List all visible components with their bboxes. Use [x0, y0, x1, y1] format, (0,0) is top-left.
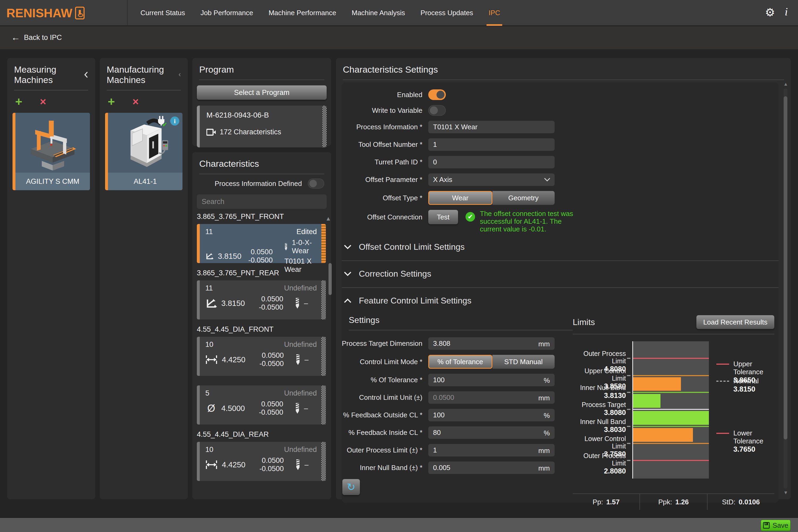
nominal-value: 4.4250	[222, 460, 246, 469]
ppk-stat: Ppk:1.26	[640, 494, 707, 510]
remove-machine-button[interactable]: ×	[40, 96, 46, 107]
std-manual-button[interactable]: STD Manual	[492, 355, 555, 369]
characteristic-card[interactable]: 11Edited 3.8150 0.0500-0.0500 1-0-X-Wear	[197, 224, 326, 263]
manufacturing-machines-panel: Manufacturing Machines + × ✔ i	[100, 58, 188, 499]
upper-tolerance: 0.0500	[251, 248, 273, 256]
characteristic-number: 11	[205, 228, 213, 236]
tab-process-updates[interactable]: Process Updates	[421, 0, 473, 26]
characteristic-card[interactable]: 11Undefined 3.8150 0.0500-0.0500 –	[197, 280, 326, 320]
tool-icon	[295, 298, 300, 308]
machine-card-agility[interactable]: AGILITY S CMM	[13, 113, 90, 190]
add-machine-button[interactable]: +	[108, 96, 115, 107]
nominal-value: 4.4250	[222, 355, 246, 364]
pct-feedback-outside-cl-input[interactable]	[428, 409, 555, 421]
lower-tolerance: -0.0500	[259, 408, 283, 416]
tab-current-status[interactable]: Current Status	[140, 0, 185, 26]
info-icon[interactable]: i	[785, 5, 788, 18]
control-limit-unit-label: Control Limit Unit (±)	[342, 394, 428, 402]
tab-machine-analysis[interactable]: Machine Analysis	[352, 0, 405, 26]
select-program-button[interactable]: Select a Program	[197, 86, 327, 100]
characteristic-card[interactable]: 10Undefined 4.4250 0.0500-0.0500 –	[197, 442, 326, 481]
characteristic-card[interactable]: 5Undefined Ø 4.5000 0.0500-0.0500 –	[197, 385, 326, 424]
write-to-variable-toggle[interactable]	[428, 105, 446, 116]
reset-button[interactable]: ↻	[342, 479, 360, 495]
load-recent-results-button[interactable]: Load Recent Results	[697, 315, 774, 329]
scroll-down-icon[interactable]: ▼	[783, 490, 788, 496]
scrollbar-thumb[interactable]	[784, 96, 787, 439]
list-scrollbar-thumb[interactable]	[328, 263, 332, 295]
characteristic-card[interactable]: 10Undefined 4.4250 0.0500-0.0500 –	[197, 337, 326, 376]
remove-machine-button[interactable]: ×	[132, 96, 138, 107]
process-target-bar	[633, 411, 709, 425]
group-label: 3.865_3.765_PNT_FRONT	[197, 212, 326, 221]
settings-scrollbar: ▲ ▼	[783, 81, 788, 496]
characteristics-settings-panel: Characteristics Settings Enabled Write t…	[336, 58, 791, 499]
machine-info-icon[interactable]: i	[170, 116, 179, 126]
characteristics-list: ▲ ▼ 3.865_3.765_PNT_FRONT 11Edited 3.815…	[192, 212, 331, 481]
width-dimension-icon	[205, 459, 217, 470]
tool-offset-name: –	[305, 461, 308, 469]
top-nav: RENISHAW Current Status Job Performance …	[0, 0, 798, 26]
svg-text:✔: ✔	[162, 121, 167, 127]
pct-of-tolerance-input[interactable]	[428, 374, 555, 386]
nominal-value: 4.5000	[221, 404, 245, 413]
characteristic-status: Edited	[296, 228, 317, 236]
offset-parameter-label: Offset Parameter *	[342, 175, 428, 184]
process-information-input[interactable]	[428, 121, 555, 133]
feature-settings-column: Settings Process Target Dimension mm Con…	[342, 315, 573, 510]
test-connection-button[interactable]: Test	[428, 210, 458, 224]
process-target-line	[633, 409, 709, 410]
red-line-swatch	[716, 364, 729, 365]
section-correction-settings[interactable]: Correction Settings	[344, 269, 779, 279]
tool-icon	[295, 403, 300, 414]
save-button[interactable]: Save	[761, 520, 791, 531]
characteristic-number: 11	[205, 284, 213, 292]
enabled-toggle[interactable]	[428, 89, 446, 100]
section-offset-control-limit[interactable]: Offset Control Limit Settings	[344, 242, 779, 252]
tool-icon	[284, 242, 288, 252]
scroll-up-icon[interactable]: ▲	[783, 81, 788, 87]
inner-null-band-upper-line	[633, 392, 709, 393]
offset-parameter-select[interactable]	[428, 173, 555, 186]
inner-null-band-input[interactable]	[428, 461, 555, 474]
gear-icon[interactable]: ⚙	[765, 6, 775, 19]
upper-control-bar	[633, 377, 681, 391]
program-panel: Program Select a Program M-6218-0943-06-…	[192, 58, 331, 146]
capability-stats: Pp:1.57 Ppk:1.26 StD:0.0106	[573, 493, 774, 510]
nominal-value: 3.8150	[221, 299, 245, 308]
process-information-defined-toggle[interactable]	[308, 178, 324, 189]
subnav-bar: ← Back to IPC	[0, 26, 798, 49]
machine-card-al41[interactable]: ✔ i AL	[105, 113, 183, 190]
upper-tolerance: 0.0500	[262, 352, 284, 359]
collapse-left-icon[interactable]	[178, 72, 181, 77]
process-target-dimension-input[interactable]	[428, 337, 555, 350]
program-name: M-6218-0943-06-B	[206, 111, 316, 119]
outer-process-limit-input[interactable]	[428, 444, 555, 456]
search-input[interactable]	[197, 194, 327, 209]
pct-of-tolerance-button[interactable]: % of Tolerance	[428, 355, 492, 369]
unit-label: mm	[538, 340, 550, 348]
limits-title: Limits	[573, 317, 595, 327]
list-scroll-up-icon[interactable]: ▲	[325, 215, 331, 222]
lower-control-limit-line	[633, 443, 709, 444]
collapse-left-icon[interactable]	[84, 71, 88, 79]
scale-outer-process-limit-lower: Outer Process Limit2.8080	[573, 452, 626, 475]
chevron-down-icon	[344, 245, 352, 249]
limits-column: Limits Load Recent Results Outer Process…	[573, 315, 779, 510]
back-to-ipc-link[interactable]: Back to IPC	[24, 34, 62, 42]
program-card[interactable]: M-6218-0943-06-B 172 Characteristics	[197, 106, 327, 147]
offset-type-wear-button[interactable]: Wear	[428, 191, 492, 205]
tab-machine-performance[interactable]: Machine Performance	[269, 0, 336, 26]
offset-type-geometry-button[interactable]: Geometry	[492, 191, 555, 205]
tool-offset-number-input[interactable]	[428, 138, 555, 151]
tab-job-performance[interactable]: Job Performance	[201, 0, 253, 26]
pct-feedback-inside-cl-input[interactable]	[428, 426, 555, 439]
chevron-down-icon	[544, 178, 550, 182]
add-machine-button[interactable]: +	[15, 96, 22, 107]
section-feature-control-limit[interactable]: Feature Control Limit Settings	[344, 296, 779, 306]
tab-ipc[interactable]: IPC	[489, 0, 500, 26]
width-dimension-icon	[205, 354, 217, 365]
back-arrow-icon[interactable]: ←	[11, 32, 20, 42]
turret-path-id-input[interactable]	[428, 156, 555, 168]
offset-connection-label: Offset Connection	[342, 213, 428, 221]
